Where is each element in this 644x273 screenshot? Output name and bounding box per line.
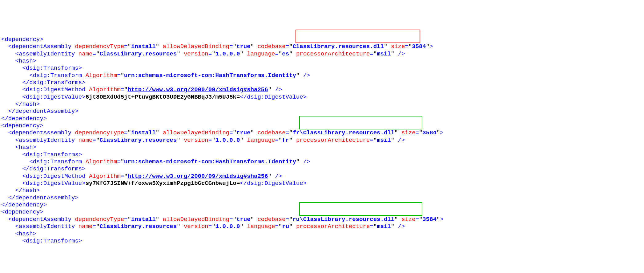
line: <hash> xyxy=(1,58,36,64)
line: <hash> xyxy=(1,230,36,237)
line: </dependentAssembly> xyxy=(1,194,78,201)
line: <dependency> xyxy=(1,122,43,129)
line: <hash> xyxy=(1,144,36,151)
line: </hash> xyxy=(1,187,40,194)
line: </dsig:Transforms> xyxy=(1,165,86,172)
line: <dsig:Transforms> xyxy=(1,151,82,158)
line: </dependentAssembly> xyxy=(1,108,78,115)
line: <assemblyIdentity name="ClassLibrary.res… xyxy=(1,223,405,230)
highlight-box-green xyxy=(299,116,422,129)
line: <dependentAssembly dependencyType="insta… xyxy=(1,216,444,223)
highlight-box-red xyxy=(296,30,420,43)
line: <assemblyIdentity name="ClassLibrary.res… xyxy=(1,51,405,57)
xml-code-block: <dependency> <dependentAssembly dependen… xyxy=(0,29,644,273)
line: </hash> xyxy=(1,101,40,108)
line: <dsig:DigestMethod Algorithm="http://www… xyxy=(1,86,282,93)
line: </dependency> xyxy=(1,115,47,122)
line: </dependency> xyxy=(1,202,47,208)
line: <assemblyIdentity name="ClassLibrary.res… xyxy=(1,137,405,144)
line: <dsig:Transforms> xyxy=(1,65,82,71)
line: </dsig:Transforms> xyxy=(1,79,86,86)
line: <dsig:DigestValue>sy7KfG7JSINW+f/oxww5Xy… xyxy=(1,180,307,187)
line: <dependency> xyxy=(1,36,43,43)
line: <dsig:DigestValue>6jt8OEXdUd5jt+PtuvgBKt… xyxy=(1,94,307,100)
line: <dependency> xyxy=(1,209,43,215)
line: <dependentAssembly dependencyType="insta… xyxy=(1,129,444,136)
line: <dsig:DigestMethod Algorithm="http://www… xyxy=(1,173,282,180)
line: <dsig:Transform Algorithm="urn:schemas-m… xyxy=(1,72,310,79)
line: <dsig:Transforms> xyxy=(1,238,82,244)
line: <dsig:Transform Algorithm="urn:schemas-m… xyxy=(1,158,310,165)
line: <dependentAssembly dependencyType="insta… xyxy=(1,43,433,50)
highlight-box-green xyxy=(299,202,422,216)
